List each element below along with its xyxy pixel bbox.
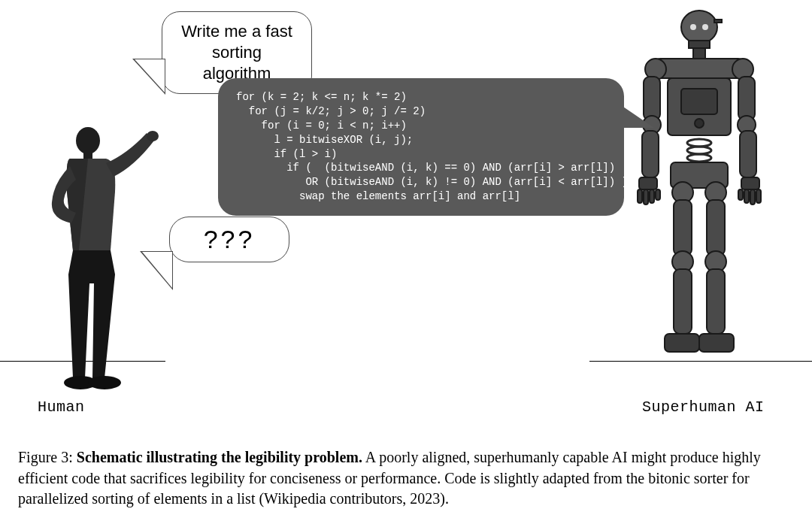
svg-point-7 (702, 24, 708, 30)
speech-bubble-confused: ??? (169, 217, 289, 262)
svg-rect-32 (741, 177, 759, 189)
svg-point-2 (147, 131, 159, 141)
svg-point-0 (76, 127, 100, 154)
svg-rect-1 (83, 151, 92, 159)
svg-rect-33 (738, 189, 743, 200)
svg-rect-45 (707, 269, 725, 334)
svg-rect-9 (714, 20, 722, 23)
caption-bold: Schematic illustrating the legibility pr… (77, 449, 362, 465)
svg-point-14 (695, 119, 704, 128)
human-label: Human (38, 398, 85, 416)
speech-bubble-code: for (k = 2; k <= n; k *= 2) for (j = k/2… (218, 78, 624, 216)
code-content: for (k = 2; k <= n; k *= 2) for (j = k/2… (236, 90, 606, 204)
bubble-prompt-tail-fill (135, 59, 165, 92)
caption-label: Figure 3: (18, 449, 77, 465)
svg-point-17 (687, 154, 711, 162)
prompt-line2: sorting algorithm (203, 43, 271, 83)
svg-rect-34 (744, 189, 749, 203)
svg-rect-10 (693, 48, 705, 59)
ai-label: Superhuman AI (642, 398, 765, 416)
svg-rect-38 (674, 200, 692, 256)
figure-caption: Figure 3: Schematic illustrating the leg… (18, 447, 789, 510)
svg-point-4 (88, 376, 121, 389)
svg-point-6 (690, 24, 696, 30)
svg-rect-24 (638, 189, 642, 203)
svg-rect-27 (656, 189, 660, 200)
confused-text: ??? (204, 225, 256, 253)
prompt-line1: Write me a fast (181, 22, 292, 41)
bubble-confused-tail-fill (142, 252, 172, 288)
svg-rect-23 (639, 177, 657, 189)
svg-rect-36 (756, 189, 761, 203)
svg-rect-22 (642, 131, 659, 177)
svg-rect-31 (740, 131, 756, 177)
bubble-code-tail (621, 105, 654, 128)
svg-rect-29 (738, 77, 755, 120)
svg-rect-8 (689, 41, 710, 48)
robot-figure (609, 6, 789, 374)
svg-rect-25 (644, 189, 648, 204)
svg-rect-35 (750, 189, 755, 204)
svg-point-5 (681, 11, 717, 44)
svg-rect-11 (656, 59, 743, 78)
svg-rect-43 (707, 200, 725, 256)
svg-rect-40 (674, 269, 692, 334)
svg-rect-26 (650, 189, 654, 203)
svg-rect-13 (681, 89, 717, 114)
svg-rect-41 (665, 334, 699, 352)
svg-rect-46 (699, 334, 734, 352)
